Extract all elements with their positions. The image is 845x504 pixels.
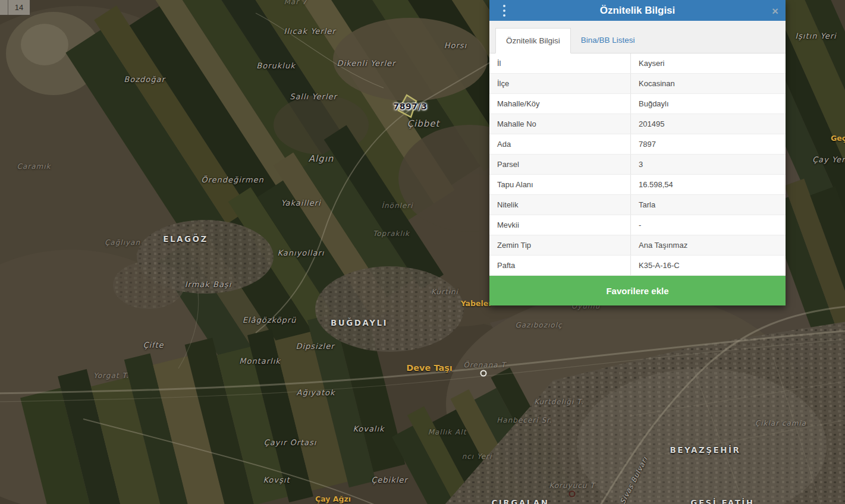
row-label: Pafta (489, 256, 631, 275)
tab-item[interactable]: Bina/BB Listesi (571, 28, 645, 53)
row-label: Zemin Tip (489, 235, 631, 255)
row-label: Nitelik (489, 195, 631, 215)
row-label: Mahalle No (489, 114, 631, 134)
row-value: Kocasinan (631, 74, 786, 93)
row-value: 7897 (631, 134, 786, 154)
zoom-level-indicator: 14 (0, 0, 30, 15)
row-value: Tarla (631, 195, 786, 215)
panel-tabs: Öznitelik Bilgisi Bina/BB Listesi (489, 21, 786, 53)
row-label: İlçe (489, 74, 631, 93)
panel-header: Öznitelik Bilgisi × (489, 0, 786, 21)
add-to-favorites-button[interactable]: Favorilere ekle (489, 276, 786, 305)
table-row: Mahalle No 201495 (489, 114, 786, 134)
table-row: Parsel 3 (489, 155, 786, 175)
row-value: Kayseri (631, 53, 786, 73)
table-row: Mevkii - (489, 215, 786, 235)
row-value: 16.598,54 (631, 175, 786, 194)
row-label: Mahalle/Köy (489, 94, 631, 114)
table-row: İl Kayseri (489, 53, 786, 74)
row-value: 3 (631, 155, 786, 174)
attribute-table: İl Kayseri İlçe Kocasinan Mahalle/Köy Bu… (489, 53, 786, 276)
table-row: İlçe Kocasinan (489, 74, 786, 94)
panel-title: Öznitelik Bilgisi (489, 0, 786, 21)
zoom-indicator-divider (0, 0, 8, 15)
row-label: Tapu Alanı (489, 175, 631, 194)
row-label: Parsel (489, 155, 631, 174)
close-icon[interactable]: × (772, 5, 778, 16)
row-label: Mevkii (489, 215, 631, 235)
table-row: Tapu Alanı 16.598,54 (489, 175, 786, 195)
row-value: 201495 (631, 114, 786, 134)
table-row: Nitelik Tarla (489, 195, 786, 215)
row-label: İl (489, 53, 631, 73)
table-row: Ada 7897 (489, 134, 786, 155)
attribute-panel: Öznitelik Bilgisi × Öznitelik Bilgisi Bi… (489, 0, 786, 305)
row-value: Ana Taşınmaz (631, 235, 786, 255)
table-row: Mahalle/Köy Buğdaylı (489, 94, 786, 114)
row-value: K35-A-16-C (631, 256, 786, 275)
tab-item[interactable]: Öznitelik Bilgisi (495, 28, 571, 53)
zoom-level-value: 14 (8, 0, 30, 15)
table-row: Zemin Tip Ana Taşınmaz (489, 235, 786, 256)
row-label: Ada (489, 134, 631, 154)
row-value: Buğdaylı (631, 94, 786, 114)
row-value: - (631, 215, 786, 235)
table-row: Pafta K35-A-16-C (489, 256, 786, 276)
